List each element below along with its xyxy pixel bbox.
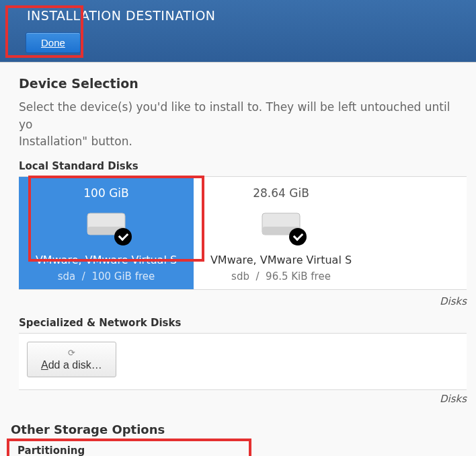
disk-size: 28.64 GiB [199,186,363,200]
checkmark-icon [114,228,132,245]
disk-item-sda[interactable]: 100 GiB VMware, VMware Virtual S sda / 1… [19,177,194,289]
disk-item-sdb[interactable]: 28.64 GiB VMware, VMware Virtual S sdb /… [194,177,368,289]
page-title: INSTALLATION DESTINATION [27,8,463,23]
hdd-icon [261,209,301,241]
partitioning-label: Partitioning [17,445,467,457]
disk-meta: sda / 100 GiB free [24,270,188,282]
disks-hint: Disks [19,293,467,317]
disk-name: VMware, VMware Virtual S [199,254,363,266]
local-disks-row: 100 GiB VMware, VMware Virtual S sda / 1… [19,176,467,290]
other-storage-title: Other Storage Options [11,422,467,436]
disk-size: 100 GiB [24,186,188,200]
other-storage-section: Other Storage Options Partitioning Autom… [11,422,467,457]
main-content: Device Selection Select the device(s) yo… [0,62,476,456]
disk-meta: sdb / 96.5 KiB free [199,270,363,282]
disks-hint-2: Disks [19,390,467,414]
header-bar: INSTALLATION DESTINATION Done [0,0,476,62]
specialized-disks-label: Specialized & Network Disks [19,317,467,329]
device-selection-description: Select the device(s) you'd like to insta… [19,99,467,151]
done-button[interactable]: Done [26,32,81,53]
disk-name: VMware, VMware Virtual S [24,254,188,266]
refresh-icon: ⟳ [68,348,75,358]
device-selection-title: Device Selection [19,76,467,91]
add-disk-button[interactable]: ⟳ Add a disk… [27,342,116,377]
local-disks-label: Local Standard Disks [19,160,467,172]
hdd-icon [86,209,126,241]
add-disk-label: Add a disk… [41,359,102,371]
checkmark-icon [289,228,307,245]
